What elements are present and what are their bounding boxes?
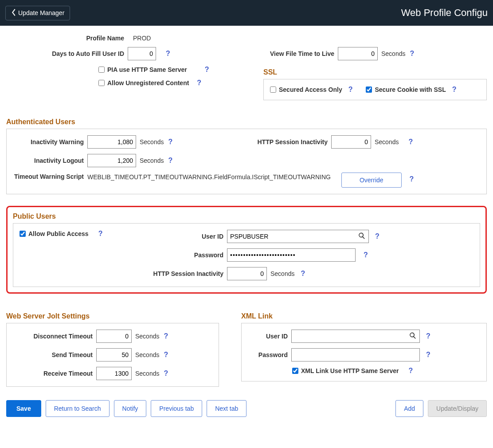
pia-same-server-checkbox[interactable] — [98, 67, 105, 73]
inactivity-warning-label: Inactivity Warning — [13, 138, 84, 145]
send-timeout-label: Send Timeout — [13, 351, 93, 358]
public-user-id-label: User ID — [153, 233, 223, 240]
ssl-section-title: SSL — [263, 68, 487, 76]
xml-password-label: Password — [248, 351, 288, 358]
update-display-button: Update/Display — [428, 400, 487, 417]
help-icon[interactable]: ? — [166, 50, 170, 58]
help-icon[interactable]: ? — [410, 175, 414, 183]
help-icon[interactable]: ? — [164, 369, 168, 377]
allow-unreg-label: Allow Unregistered Content — [107, 79, 189, 86]
jolt-section: Web Server Jolt Settings Disconnect Time… — [6, 304, 219, 387]
inactivity-warning-input[interactable] — [87, 135, 136, 149]
xml-same-server-checkbox[interactable] — [292, 368, 298, 374]
help-icon[interactable]: ? — [452, 86, 457, 94]
profile-name-label: Profile Name — [6, 35, 124, 42]
view-file-ttl-label: View File Time to Live — [263, 50, 334, 57]
public-users-title: Public Users — [13, 212, 480, 220]
days-autofill-input[interactable] — [128, 47, 156, 60]
help-icon[interactable]: ? — [426, 351, 430, 359]
xml-user-id-input[interactable] — [291, 330, 420, 343]
help-icon[interactable]: ? — [364, 251, 368, 259]
override-button[interactable]: Override — [341, 173, 402, 188]
public-password-input[interactable] — [227, 248, 356, 262]
secure-cookie-checkbox[interactable] — [366, 86, 372, 93]
profile-name-value: PROD — [133, 35, 151, 42]
xml-password-input[interactable] — [291, 348, 420, 362]
disconnect-timeout-input[interactable] — [96, 330, 132, 343]
allow-unreg-checkbox[interactable] — [98, 80, 105, 86]
secured-access-checkbox[interactable] — [270, 86, 276, 93]
allow-public-label: Allow Public Access — [28, 230, 89, 237]
help-icon[interactable]: ? — [205, 66, 209, 74]
help-icon[interactable]: ? — [197, 79, 201, 87]
xml-user-id-label: User ID — [248, 333, 288, 340]
help-icon[interactable]: ? — [168, 157, 172, 165]
auth-users-box: Inactivity Warning Seconds ? Inactivity … — [6, 129, 487, 194]
send-timeout-input[interactable] — [96, 348, 132, 362]
help-icon[interactable]: ? — [164, 332, 168, 340]
public-password-label: Password — [153, 252, 223, 259]
page-content: Profile Name PROD Days to Auto Fill User… — [0, 26, 493, 430]
back-button-label: Update Manager — [18, 9, 64, 16]
help-icon[interactable]: ? — [164, 351, 168, 359]
footer-toolbar: Save Return to Search Notify Previous ta… — [6, 400, 487, 417]
next-tab-button[interactable]: Next tab — [207, 400, 246, 417]
public-users-box: Allow Public Access ? User ID ? — [13, 223, 480, 287]
public-http-session-input[interactable] — [227, 267, 267, 280]
help-icon[interactable]: ? — [410, 50, 414, 58]
seconds-label: Seconds — [375, 138, 399, 145]
seconds-label: Seconds — [140, 138, 164, 145]
inactivity-logout-input[interactable] — [87, 154, 136, 167]
seconds-label: Seconds — [135, 351, 159, 358]
seconds-label: Seconds — [381, 50, 405, 57]
view-file-ttl-input[interactable] — [338, 47, 378, 60]
save-button[interactable]: Save — [6, 400, 41, 417]
timeout-script-label: Timeout Warning Script — [13, 173, 84, 181]
seconds-label: Seconds — [140, 157, 164, 164]
help-icon[interactable]: ? — [98, 230, 103, 238]
help-icon[interactable]: ? — [408, 138, 413, 146]
notify-button[interactable]: Notify — [114, 400, 147, 417]
ssl-box: Secured Access Only ? Secure Cookie with… — [263, 79, 487, 100]
http-session-input[interactable] — [331, 135, 371, 149]
http-session-label: HTTP Session Inactivity — [243, 138, 328, 145]
inactivity-logout-label: Inactivity Logout — [13, 157, 84, 164]
app-header: Update Manager Web Profile Configu — [0, 0, 493, 26]
allow-public-checkbox[interactable] — [20, 231, 26, 237]
pia-same-server-label: PIA use HTTP Same Server — [107, 66, 187, 73]
seconds-label: Seconds — [135, 370, 159, 377]
help-icon[interactable]: ? — [426, 332, 430, 340]
search-icon[interactable] — [358, 232, 365, 241]
xml-link-section: XML Link User ID ? Password ? — [241, 304, 487, 387]
public-user-id-input[interactable] — [227, 230, 369, 243]
help-icon[interactable]: ? — [408, 367, 413, 375]
public-users-highlight: Public Users Allow Public Access ? User … — [6, 206, 487, 294]
receive-timeout-input[interactable] — [96, 367, 132, 380]
disconnect-timeout-label: Disconnect Timeout — [13, 333, 93, 340]
jolt-title: Web Server Jolt Settings — [6, 312, 219, 320]
help-icon[interactable]: ? — [375, 232, 380, 240]
help-icon[interactable]: ? — [348, 86, 353, 94]
chevron-left-icon — [11, 9, 16, 17]
seconds-label: Seconds — [270, 270, 294, 277]
search-icon[interactable] — [409, 332, 416, 341]
receive-timeout-label: Receive Timeout — [13, 370, 93, 377]
add-button[interactable]: Add — [395, 400, 423, 417]
seconds-label: Seconds — [135, 333, 159, 340]
page-title: Web Profile Configu — [401, 7, 488, 19]
back-button[interactable]: Update Manager — [5, 6, 70, 20]
return-search-button[interactable]: Return to Search — [46, 400, 110, 417]
previous-tab-button[interactable]: Previous tab — [151, 400, 202, 417]
timeout-script-value: WEBLIB_TIMEOUT.PT_TIMEOUTWARNING.FieldFo… — [87, 173, 331, 181]
help-icon[interactable]: ? — [168, 138, 172, 146]
help-icon[interactable]: ? — [301, 270, 305, 278]
secured-access-label: Secured Access Only — [279, 86, 342, 93]
xml-same-server-label: XML Link Use HTTP Same Server — [301, 367, 399, 374]
days-autofill-label: Days to Auto Fill User ID — [6, 50, 124, 57]
xml-link-title: XML Link — [241, 312, 487, 320]
secure-cookie-label: Secure Cookie with SSL — [375, 86, 446, 93]
public-http-session-label: HTTP Session Inactivity — [153, 270, 223, 277]
auth-users-title: Authenticated Users — [6, 118, 487, 126]
